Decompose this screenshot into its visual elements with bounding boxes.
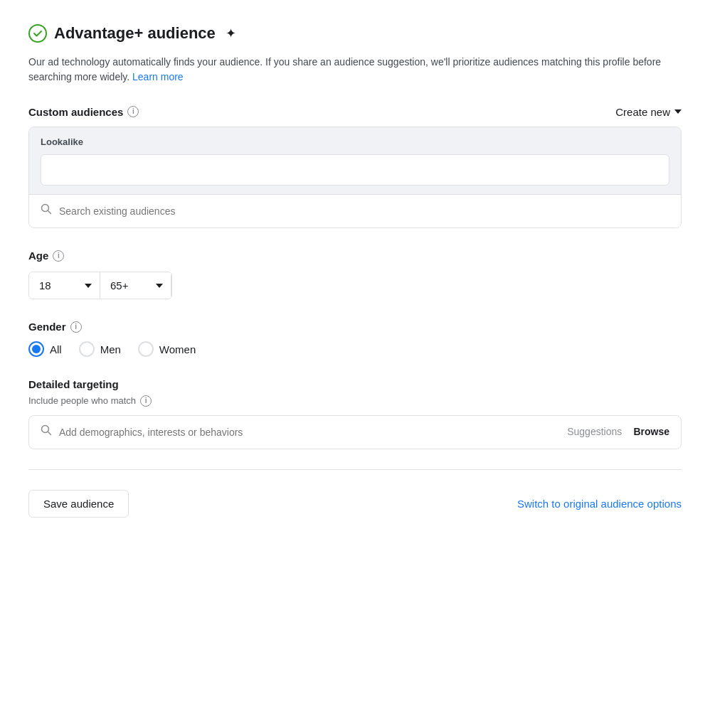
svg-line-3 [48, 432, 51, 434]
page-title: Advantage+ audience [54, 23, 216, 45]
custom-audiences-section: Custom audiences i Create new Lookalike [28, 105, 682, 229]
gender-info-icon[interactable]: i [70, 321, 82, 333]
save-audience-button[interactable]: Save audience [28, 490, 129, 518]
age-section: Age i 18 25 35 45 55 65+ [28, 248, 682, 299]
include-people-label: Include people who match i [28, 395, 682, 407]
detailed-targeting-title: Detailed targeting [28, 377, 119, 392]
gender-radio-all [28, 341, 44, 357]
lookalike-label: Lookalike [41, 136, 669, 149]
age-dropdowns: 18 25 35 45 55 65+ 18 25 35 45 [28, 272, 682, 299]
main-container: Advantage+ audience ✦ Our ad technology … [0, 0, 710, 728]
detailed-targeting-label: Detailed targeting [28, 377, 682, 392]
create-new-dropdown-arrow [674, 109, 682, 114]
gender-option-all[interactable]: All [28, 341, 62, 357]
age-min-select[interactable]: 18 25 35 45 55 65+ [29, 272, 100, 299]
create-new-button[interactable]: Create new [615, 106, 682, 118]
gender-radio-men [79, 341, 95, 357]
svg-line-1 [48, 210, 51, 213]
description-body: Our ad technology automatically finds yo… [28, 56, 661, 82]
targeting-search-box[interactable]: Suggestions Browse [28, 415, 682, 449]
targeting-actions: Suggestions Browse [567, 424, 669, 439]
footer: Save audience Switch to original audienc… [28, 490, 682, 518]
gender-radio-women [138, 341, 154, 357]
age-max-wrapper: 18 25 35 45 55 65+ [100, 272, 171, 299]
age-title: Age [28, 248, 48, 263]
gender-options: All Men Women [28, 341, 682, 357]
check-icon [28, 24, 47, 43]
include-people-info-icon[interactable]: i [140, 395, 152, 407]
switch-to-original-link[interactable]: Switch to original audience options [517, 496, 682, 511]
suggestions-browse-divider [626, 424, 629, 439]
browse-link[interactable]: Browse [633, 425, 669, 439]
create-new-label: Create new [615, 106, 670, 118]
audiences-box: Lookalike [28, 127, 682, 229]
gender-section: Gender i All Men Women [28, 319, 682, 357]
custom-audiences-label: Custom audiences i [28, 105, 139, 119]
gender-label-all: All [50, 342, 62, 357]
age-max-select[interactable]: 18 25 35 45 55 65+ [100, 272, 171, 299]
gender-title: Gender [28, 319, 66, 334]
footer-divider [28, 469, 682, 470]
gender-label-women: Women [159, 342, 196, 357]
lookalike-section: Lookalike [29, 127, 681, 195]
lookalike-content [41, 154, 669, 186]
gender-label: Gender i [28, 319, 682, 334]
age-label: Age i [28, 248, 682, 263]
audience-search-row [29, 195, 681, 228]
header: Advantage+ audience ✦ [28, 23, 682, 45]
gender-option-women[interactable]: Women [138, 341, 196, 357]
learn-more-link[interactable]: Learn more [132, 71, 184, 82]
gender-radio-all-inner [32, 345, 41, 353]
targeting-search-input[interactable] [59, 427, 560, 438]
sparkle-icon: ✦ [226, 25, 236, 43]
detailed-targeting-section: Detailed targeting Include people who ma… [28, 377, 682, 449]
suggestions-link[interactable]: Suggestions [567, 425, 622, 439]
age-min-wrapper: 18 25 35 45 55 65+ [29, 272, 100, 299]
custom-audiences-info-icon[interactable]: i [127, 106, 139, 117]
custom-audiences-title: Custom audiences [28, 105, 123, 119]
custom-audiences-header-row: Custom audiences i Create new [28, 105, 682, 119]
gender-label-men: Men [100, 342, 121, 357]
include-people-text: Include people who match [28, 395, 136, 407]
age-info-icon[interactable]: i [53, 250, 64, 262]
age-range-wrapper: 18 25 35 45 55 65+ 18 25 35 45 [28, 272, 172, 299]
targeting-search-icon [41, 424, 52, 440]
audience-search-icon [41, 203, 52, 219]
audience-search-input[interactable] [59, 205, 669, 217]
gender-option-men[interactable]: Men [79, 341, 121, 357]
description-text: Our ad technology automatically finds yo… [28, 55, 682, 85]
